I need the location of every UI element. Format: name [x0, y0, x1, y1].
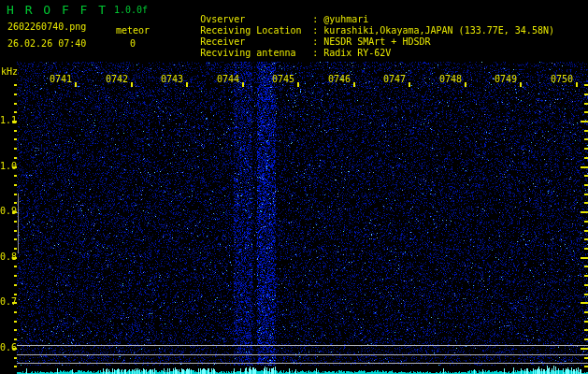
info-label: Receiving Location [200, 25, 312, 36]
info-colon: : [312, 25, 323, 36]
info-value: @yuhmari [323, 14, 368, 24]
info-label: Receiver [200, 36, 312, 48]
info-value: Radix RY-62V [323, 48, 391, 58]
info-row-observer: Ovserver:@yuhmari [166, 3, 554, 14]
info-value: NESDR SMArt + HDSDR [323, 36, 430, 47]
info-label: Recviving antenna [200, 48, 312, 59]
info-colon: : [312, 36, 323, 48]
info-label: Ovserver [200, 14, 312, 25]
hrofft-window: H R O F F T 1.0.0f 2602260740.png 26.02.… [0, 0, 588, 374]
observer-info-panel: Ovserver:@yuhmari Receiving Location:kur… [166, 3, 554, 48]
info-colon: : [312, 14, 323, 25]
info-colon: : [312, 48, 323, 59]
info-value: kurashiki,Okayama,JAPAN (133.77E, 34.58N… [323, 25, 554, 36]
